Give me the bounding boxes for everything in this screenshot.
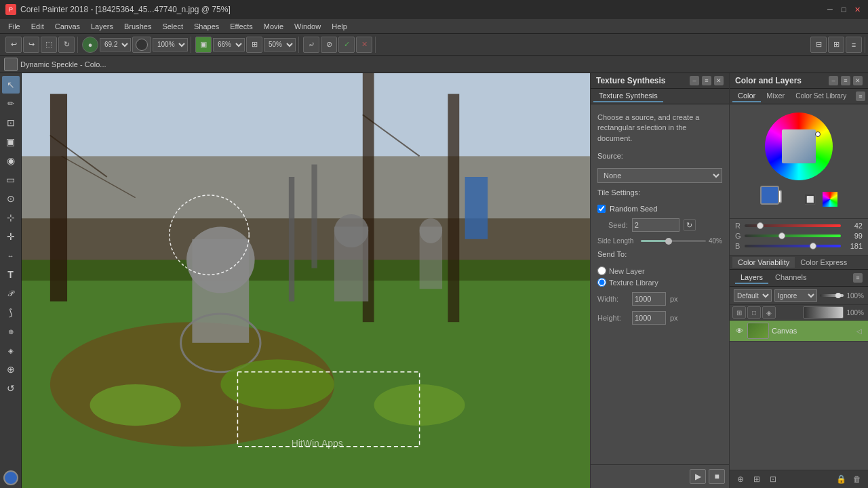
toolbar-cancel[interactable]: ✕ <box>356 37 372 53</box>
color-variability-tab[interactable]: Color Variability <box>732 257 795 268</box>
seed-input[interactable] <box>632 218 679 232</box>
toolbar-fwd[interactable]: ↪ <box>23 37 39 53</box>
menu-help[interactable]: Help <box>326 21 353 32</box>
toolbar-zoom-select[interactable]: 69.2 <box>100 38 131 52</box>
main-color-swatch[interactable] <box>760 186 779 205</box>
toolbar-opacity-select[interactable]: 100% <box>153 38 188 52</box>
g-thumb[interactable] <box>778 232 785 239</box>
r-thumb[interactable] <box>757 222 764 229</box>
preserve-select[interactable]: Ignore Preserve <box>774 289 817 302</box>
toolbar-flip[interactable]: ⊘ <box>321 37 337 53</box>
source-select[interactable]: None Current Layer Canvas <box>597 168 722 183</box>
color-picker-icon[interactable]: 🔲 <box>802 192 817 207</box>
texture-tab-main[interactable]: Texture Synthesis <box>593 90 663 102</box>
color-wheel-inner[interactable] <box>782 129 816 163</box>
new-layer-option[interactable]: New Layer <box>597 266 722 275</box>
texture-panel-close[interactable]: ✕ <box>714 76 724 85</box>
b-slider[interactable] <box>745 245 841 247</box>
toolbar-rotate[interactable]: ↻ <box>58 37 75 53</box>
menu-file[interactable]: File <box>3 21 26 32</box>
toolbar-panels[interactable]: ⊞ <box>828 37 844 53</box>
texture-stop-btn[interactable]: ■ <box>709 469 725 484</box>
layer-visibility-toggle[interactable]: 👁 <box>734 325 745 336</box>
toolbar-green-btn[interactable]: ▣ <box>195 37 212 53</box>
layer-new-group[interactable]: ⊞ <box>732 306 746 319</box>
toolbar-brush-btn[interactable]: ● <box>82 37 98 53</box>
color-tab-colorset[interactable]: Color Set Library <box>790 91 852 102</box>
tool-arrow[interactable]: ↖ <box>2 76 20 94</box>
layers-add-btn[interactable]: ⊕ <box>734 473 747 485</box>
texture-panel-menu[interactable]: ≡ <box>702 76 711 85</box>
toolbar-back[interactable]: ↩ <box>5 37 22 53</box>
random-seed-checkbox[interactable] <box>597 205 606 213</box>
layers-lock-btn[interactable]: 🔒 <box>834 473 848 485</box>
tool-eyedropper[interactable]: ◉ <box>2 152 20 169</box>
tool-paint-bucket[interactable]: ⊕ <box>2 323 20 340</box>
color-panel-menu[interactable]: ≡ <box>841 76 850 85</box>
menu-window[interactable]: Window <box>289 21 326 32</box>
tool-transform[interactable]: ↔ <box>2 247 20 264</box>
tool-rotate[interactable]: ↺ <box>2 380 20 397</box>
layers-tab-channels[interactable]: Channels <box>770 272 812 284</box>
layer-opacity-track[interactable] <box>803 306 844 319</box>
canvas-area[interactable]: HitWin Apps <box>22 73 590 488</box>
side-length-slider[interactable] <box>641 240 706 242</box>
r-slider[interactable] <box>745 224 841 227</box>
layers-duplicate-btn[interactable]: ⊡ <box>766 473 780 485</box>
menu-shapes[interactable]: Shapes <box>189 21 224 32</box>
toolbar-arrange[interactable]: ⊟ <box>810 37 827 53</box>
menu-effects[interactable]: Effects <box>224 21 258 32</box>
toolbar-check[interactable]: ✓ <box>338 37 355 53</box>
toolbar-grid[interactable]: ⊞ <box>246 37 262 53</box>
opacity-thumb[interactable] <box>835 293 841 298</box>
color-tab-options[interactable]: ≡ <box>856 92 865 101</box>
height-input[interactable] <box>632 311 666 325</box>
width-input[interactable] <box>632 292 666 306</box>
tool-zoom[interactable]: ⊕ <box>2 361 20 378</box>
seed-refresh-btn[interactable]: ↻ <box>684 219 696 231</box>
toolbar-select-all[interactable]: ⬚ <box>41 37 57 53</box>
layer-item-canvas[interactable]: 👁 Canvas ◁ <box>730 321 868 342</box>
tool-crop[interactable]: ⊹ <box>2 209 20 226</box>
texture-library-option[interactable]: Texture Library <box>597 278 722 287</box>
tool-brush[interactable]: ✏ <box>2 95 20 113</box>
maximize-button[interactable]: □ <box>838 4 849 15</box>
menu-edit[interactable]: Edit <box>26 21 50 32</box>
tool-burn[interactable]: ◈ <box>2 342 20 359</box>
layer-expand-btn[interactable]: ◁ <box>854 326 864 336</box>
color-tab-mixer[interactable]: Mixer <box>761 90 790 102</box>
layer-dynamic[interactable]: ◈ <box>762 306 776 319</box>
layers-delete-btn[interactable]: 🗑 <box>850 473 864 485</box>
texture-panel-collapse[interactable]: – <box>690 76 699 85</box>
b-thumb[interactable] <box>810 243 816 249</box>
menu-layers[interactable]: Layers <box>85 21 119 32</box>
menu-movie[interactable]: Movie <box>258 21 289 32</box>
toolbar-more[interactable]: ≡ <box>846 37 862 53</box>
texture-play-btn[interactable]: ▶ <box>690 469 706 484</box>
minimize-button[interactable]: ─ <box>825 4 835 15</box>
tool-fill[interactable]: ▣ <box>2 133 20 150</box>
color-express-tab[interactable]: Color Express <box>795 257 852 268</box>
tool-move[interactable]: ✛ <box>2 228 20 245</box>
color-wheel-mini[interactable] <box>823 192 837 207</box>
menu-brushes[interactable]: Brushes <box>119 21 157 32</box>
color-panel-close[interactable]: ✕ <box>853 76 863 85</box>
layer-new[interactable]: □ <box>747 306 761 319</box>
color-swatch-main[interactable] <box>3 470 18 485</box>
texture-library-radio[interactable] <box>597 278 606 287</box>
tool-rect-select[interactable]: ▭ <box>2 171 20 188</box>
tool-lasso[interactable]: ⊙ <box>2 190 20 207</box>
tool-eraser[interactable]: ⊡ <box>2 114 20 131</box>
layers-tab-layers[interactable]: Layers <box>735 272 768 284</box>
toolbar-view-select[interactable]: 66% <box>213 38 245 52</box>
menu-canvas[interactable]: Canvas <box>50 21 85 32</box>
opacity-slider[interactable] <box>820 294 844 297</box>
toolbar-size-select[interactable]: 50% <box>264 38 296 52</box>
toolbar-rotate-canvas[interactable]: ⤾ <box>303 37 319 53</box>
blend-mode-select[interactable]: Default Normal Multiply <box>734 289 772 302</box>
layers-menu-btn[interactable]: ≡ <box>853 273 863 283</box>
color-wheel[interactable] <box>765 113 833 180</box>
menu-select[interactable]: Select <box>157 21 189 32</box>
new-layer-radio[interactable] <box>597 266 606 275</box>
color-tab-color[interactable]: Color <box>732 90 761 102</box>
